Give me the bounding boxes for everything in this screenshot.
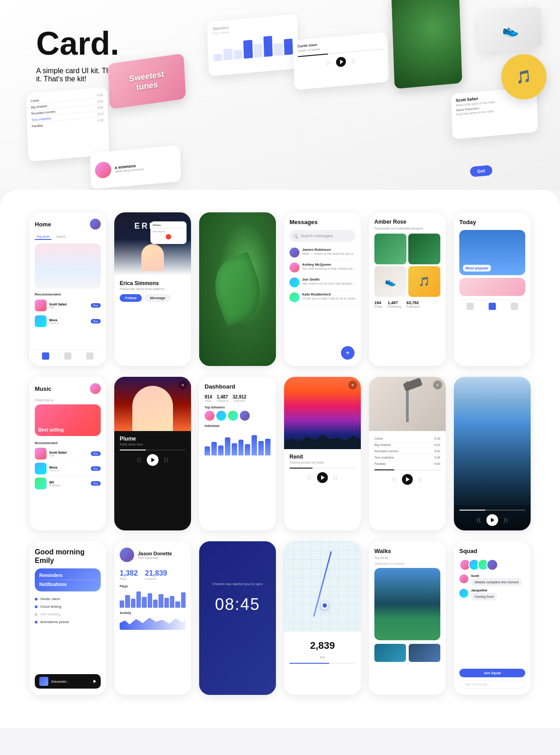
hero-btn: Get (470, 165, 492, 177)
map-card: 2,839 km (284, 541, 361, 695)
amber-photo-4: 🎵 (408, 266, 440, 297)
map-bg (284, 541, 361, 632)
message-item[interactable]: Kate Rudderford I'd like you so bad I ha… (289, 290, 355, 305)
play-btn[interactable] (486, 514, 498, 526)
track-thumb (35, 315, 47, 327)
next-icon[interactable]: ⟩⟩ (164, 457, 168, 463)
notification-item: Soft meeting (35, 610, 101, 618)
hero-section: Card. A simple card UI kit. That's it. T… (0, 0, 560, 190)
message-item[interactable]: Jon Smith Hey check out my next real des… (289, 275, 355, 290)
close-btn[interactable]: × (348, 380, 357, 389)
hero-card-list: Cards3:16 Big shadow3:34 Rounded corners… (26, 87, 110, 162)
track-thumb (35, 300, 47, 311)
jason-avatar (120, 548, 134, 562)
erica-photo: EREAL iTunes+ Now playing (114, 212, 191, 276)
nav-plus-icon[interactable] (511, 303, 518, 310)
bottom-nav (459, 300, 525, 310)
today-card: Today Most popular (454, 212, 531, 366)
goodmorning-card: Good morning Emily Reminders Notificatio… (29, 541, 106, 695)
avatar (90, 219, 101, 230)
message-input[interactable]: Type a message... (459, 680, 525, 689)
amber-photo-grid: 👟 🎵 (374, 234, 440, 297)
amber-card: Amber Rose Passionate and influential de… (369, 212, 446, 366)
player-controls: ⟨⟨ ⟩⟩ (374, 474, 440, 485)
prev-icon[interactable]: ⟨⟨ (307, 474, 312, 481)
track-item: Big shadow4:22 (374, 442, 440, 448)
most-popular-badge: Most popular (463, 265, 491, 272)
tab-toppicks[interactable]: Top picks (35, 234, 51, 240)
chat-message: Scott Alhabib completes this moment (459, 574, 525, 586)
bar-chart (205, 433, 271, 455)
map-location-dot (321, 602, 328, 609)
buy-btn[interactable]: Buy (91, 319, 101, 324)
play-btn[interactable] (147, 454, 159, 466)
buy-btn[interactable]: Buy (91, 303, 101, 308)
lamp-photo: × (369, 377, 446, 431)
buy-btn[interactable]: Buy (91, 466, 101, 471)
now-playing-bar[interactable]: Dekmantel... (35, 674, 101, 689)
dark-player-card: × Plume Artist name here ⟨⟨ ⟩⟩ (114, 377, 191, 530)
play-btn[interactable] (317, 472, 328, 483)
card-row-1: Home Top picks Saved Recommended Scott S… (23, 212, 537, 366)
nav-settings-icon[interactable] (86, 352, 93, 360)
fab-button[interactable]: + (341, 346, 355, 360)
message-item[interactable]: James Robinson Hello — where in the worl… (289, 245, 355, 260)
player-controls: ⟨⟨ ⟩⟩ (120, 454, 186, 466)
next-icon[interactable]: ⟩⟩ (504, 517, 508, 523)
follow-btn[interactable]: Follow (120, 294, 142, 302)
notification-list: Studio Jams Cloud testing Soft meeting A… (35, 595, 101, 626)
tab-saved[interactable]: Saved (54, 234, 67, 240)
home-gradient-img (35, 244, 101, 289)
chat-bubble: Coming Soon (471, 593, 497, 600)
message-item[interactable]: Ashley McQueen You look amazing in that … (289, 260, 355, 275)
messages-card: Messages Search messages James Robinson … (284, 212, 361, 366)
walks-sub-photos (374, 644, 440, 662)
buy-btn[interactable]: Buy (91, 481, 101, 486)
next-icon[interactable]: ⟩⟩ (333, 474, 338, 481)
nav-home-icon[interactable] (42, 352, 49, 360)
buy-btn[interactable]: Buy (91, 451, 101, 456)
close-btn[interactable]: × (178, 380, 187, 389)
aerial-photo (374, 568, 440, 640)
prev-icon[interactable]: ⟨⟨ (392, 476, 397, 483)
message-btn[interactable]: Message (145, 294, 171, 302)
track-item: Scott SafariCali Buy (35, 446, 101, 461)
next-icon[interactable]: ⟩⟩ (418, 476, 423, 483)
close-btn[interactable]: × (433, 380, 442, 389)
wave-chart (120, 590, 186, 608)
track-item: Text underline2:34 (374, 455, 440, 461)
search-bar[interactable]: Search messages (289, 230, 355, 242)
prev-icon[interactable]: ⟨⟨ (476, 517, 481, 523)
play-btn[interactable] (402, 474, 413, 485)
sunset-photo: × (284, 377, 361, 449)
dashboard-card: Dashboard 914 Plays 1,487 Following 32,9… (199, 377, 276, 530)
amber-photo-1 (374, 234, 406, 264)
clock-grid (236, 623, 240, 656)
tab-row: Top picks Saved (35, 234, 101, 240)
play-icon (491, 518, 495, 522)
track-item: Cards3:16 (374, 436, 440, 442)
leaf-card (199, 212, 276, 366)
play-icon (151, 458, 155, 462)
prev-icon[interactable]: ⟨⟨ (137, 457, 141, 463)
lamp-card: × Cards3:16 Big shadow4:22 Rounded corne… (369, 377, 446, 530)
notification-item: Cloud testing (35, 603, 101, 610)
leaf-shape (205, 252, 270, 327)
track-item: W3B people Buy (35, 476, 101, 491)
amber-photo-2 (408, 234, 440, 264)
avatar (289, 263, 299, 272)
chat-avatar (459, 589, 468, 598)
notification-item: Studio Jams (35, 595, 101, 603)
clock-card: Charles has started you to sync 08:45 (199, 541, 276, 695)
artist-photo: × (114, 377, 191, 431)
chat-message: Jacqueline Coming Soon (459, 589, 525, 600)
nav-star-icon[interactable] (489, 303, 496, 310)
nav-search-icon[interactable] (64, 352, 71, 360)
avatar (289, 292, 299, 302)
squad-action-btn[interactable]: Join Squad (459, 669, 525, 677)
bottom-nav (35, 349, 101, 360)
nav-home-icon[interactable] (467, 303, 474, 310)
notification-item: Animations preset (35, 618, 101, 626)
track-list: Cards3:16 Big shadow4:22 Rounded corners… (374, 436, 440, 467)
play-icon (321, 475, 325, 480)
